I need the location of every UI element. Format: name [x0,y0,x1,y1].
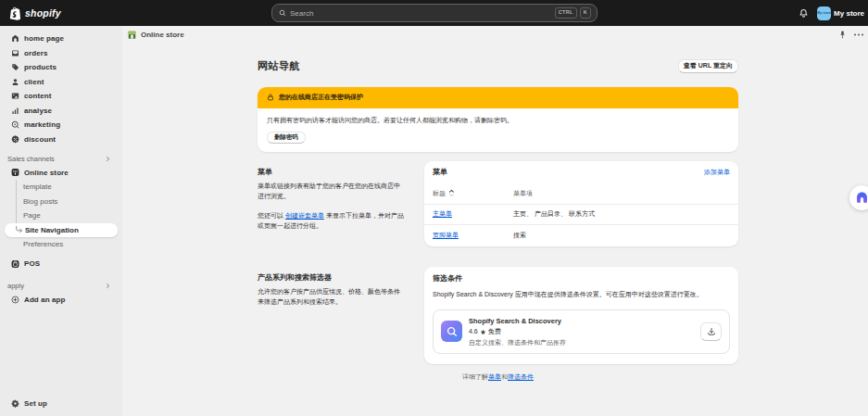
app-rating: 4.6 免费 [469,328,700,335]
sidebar-item-page[interactable]: Page [0,208,122,223]
sidebar-item-analyse[interactable]: analyse [0,104,122,119]
sidebar-item-label: discount [24,135,56,144]
sidebar-item-pos[interactable]: POS [0,257,122,271]
sidebar: home page orders products client content… [0,26,122,416]
more-menu-icon[interactable] [853,31,864,39]
menu-card-heading: 菜单 [433,168,447,176]
sidebar-item-site-navigation[interactable]: Site Navigation [0,223,122,238]
chevron-right-icon [105,156,111,162]
bar-chart-icon [11,107,19,115]
kbd-k: K [580,7,591,19]
sidebar-item-orders[interactable]: orders [0,46,122,61]
table-row: 主菜单 主页、 产品目录、 联系方式 [424,205,738,226]
gear-icon [11,399,19,408]
sidebar-item-add-app[interactable]: Add an app [0,293,122,308]
menu-link[interactable]: 主菜单 [433,209,452,219]
context-bar: Online store [122,26,868,44]
view-url-redirects-button[interactable]: 查看 URL 重定向 [678,59,738,73]
sidebar-item-label: orders [24,49,48,57]
banner-title: 您的在线商店正在受密码保护 [279,93,363,102]
menu-link[interactable]: 页脚菜单 [433,231,459,240]
install-app-button[interactable] [700,322,722,341]
menu-items-cell: 搜索 [513,231,526,240]
sidebar-item-online-store[interactable]: Online store [0,165,122,180]
app-desc: 自定义搜索、筛选条件和产品推荐 [469,338,700,347]
app-card: Shopify Search & Discovery 4.6 免费 自定义搜索、… [433,309,730,354]
download-icon [707,327,716,336]
filters-card: 筛选条件 Shopify Search & Discovery 应用中现在提供筛… [424,267,738,364]
person-icon [11,78,19,86]
filters-card-body: Shopify Search & Discovery 应用中现在提供筛选条件设置… [433,290,730,299]
column-header-title[interactable]: 标题 [433,189,513,198]
main-area: Online store 网站导航 查看 URL 重定向 您的在线商店正在受密码… [122,26,868,416]
apps-header[interactable]: apply [0,280,122,293]
footer-menu-link[interactable]: 菜单 [488,373,501,380]
sidebar-item-discount[interactable]: discount [0,132,122,147]
online-store-icon [11,168,19,177]
menu-section-heading: 菜单 [258,161,406,176]
banner-body-text: 只有拥有密码的访客才能访问您的商店。若要让任何人都能浏览和购物，请删除密码。 [267,116,729,125]
sidekick-button[interactable] [849,185,868,210]
sidebar-item-label: content [24,92,52,100]
sidebar-item-label: client [24,78,44,86]
search-icon [279,9,286,17]
sales-channels-label: Sales channels [7,155,55,163]
sidebar-item-preferences[interactable]: Preferences [0,237,122,252]
sort-icon [448,189,455,197]
sidebar-item-blog-posts[interactable]: Blog posts [0,195,122,209]
sidebar-item-label: analyse [24,107,52,115]
menus-table: 标题 菜单项 主菜单 主页、 产品目录、 联系方式 页脚菜单 搜索 [424,183,738,246]
footer-filters-link[interactable]: 筛选条件 [508,373,534,380]
add-menu-link[interactable]: 添加菜单 [704,168,730,177]
nested-menu-link[interactable]: 创建嵌套菜单 [285,212,324,219]
star-icon [480,329,486,335]
shopify-wordmark: shopify [25,7,61,19]
apps-label: apply [7,282,24,290]
shopify-logo[interactable]: shopify [9,6,61,20]
top-bar: shopify Search CTRL K My store My store [0,0,868,26]
orders-icon [11,49,19,57]
discount-icon [11,135,19,144]
circle-plus-icon [11,296,19,304]
sidebar-item-home[interactable]: home page [0,32,122,46]
shopify-bag-icon [9,6,21,20]
tag-icon [11,63,19,71]
remove-password-button[interactable]: 删除密码 [267,132,306,144]
sidebar-item-label: Online store [24,169,69,177]
home-icon [11,34,19,43]
sidebar-item-label: products [24,63,57,71]
context-title: Online store [141,31,184,39]
footer-note: 详细了解菜单和筛选条件 [258,372,738,382]
sidebar-item-client[interactable]: client [0,75,122,90]
sidebar-item-products[interactable]: products [0,60,122,75]
sidebar-item-marketing[interactable]: marketing [0,118,122,132]
search-input[interactable]: Search CTRL K [271,4,598,22]
storefront-icon [127,30,137,40]
sidebar-item-label: marketing [24,120,60,129]
sidebar-item-template[interactable]: template [0,180,122,195]
notifications-button[interactable] [796,6,811,20]
sidebar-item-setup[interactable]: Set up [0,397,122,411]
column-header-items: 菜单项 [513,189,533,198]
store-avatar: My store [817,6,831,20]
marketing-icon [11,120,19,129]
menu-section-desc1: 菜单或链接列表有助于您的客户在您的在线商店中进行浏览。 [258,182,406,201]
table-row: 页脚菜单 搜索 [424,225,738,246]
app-name: Shopify Search & Discovery [469,317,700,326]
filters-card-heading: 筛选条件 [433,274,462,283]
pin-icon[interactable] [838,31,847,39]
menu-items-cell: 主页、 产品目录、 联系方式 [513,209,595,219]
search-placeholder: Search [290,9,552,18]
account-menu[interactable]: My store My store [817,6,864,20]
sales-channels-header[interactable]: Sales channels [0,152,122,165]
store-name: My store [834,9,864,18]
chevron-right-icon [105,283,111,289]
search-discovery-app-icon [441,321,462,342]
sidebar-item-label: POS [24,259,40,268]
sidebar-item-content[interactable]: content [0,89,122,104]
main-nav: home page orders products client content… [0,26,122,146]
branch-arrow-icon [16,226,24,234]
password-banner: 您的在线商店正在受密码保护 只有拥有密码的访客才能访问您的商店。若要让任何人都能… [258,87,738,152]
bell-icon [799,8,809,19]
media-icon [11,92,19,100]
